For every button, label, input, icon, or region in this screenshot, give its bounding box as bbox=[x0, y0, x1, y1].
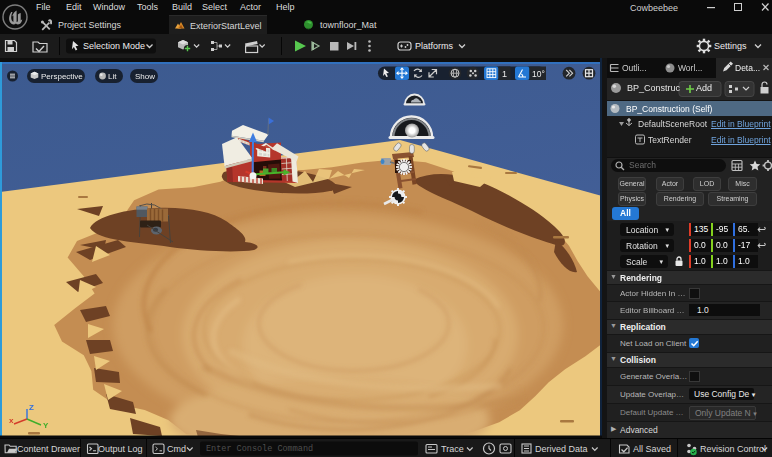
svg-text:10°: 10° bbox=[532, 69, 545, 79]
svg-text:Z: Z bbox=[29, 403, 34, 412]
svg-text:1: 1 bbox=[502, 69, 507, 79]
svg-text:Perspective: Perspective bbox=[41, 72, 83, 81]
svg-text:Show: Show bbox=[135, 72, 155, 81]
svg-text:Y: Y bbox=[43, 421, 49, 430]
svg-text:x: x bbox=[9, 416, 14, 425]
svg-text:Lit: Lit bbox=[108, 72, 117, 81]
